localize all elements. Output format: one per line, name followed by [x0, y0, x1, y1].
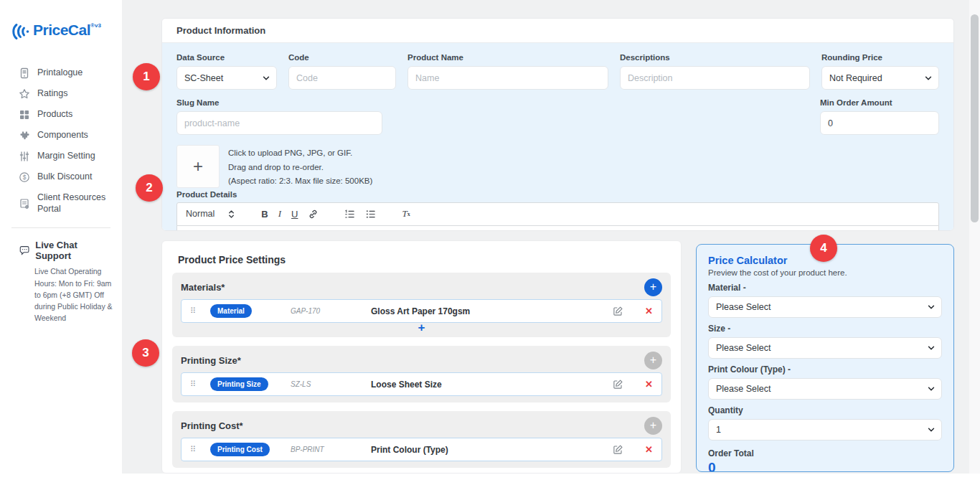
link-icon — [308, 209, 319, 220]
sidebar-item-printalogue[interactable]: Printalogue — [19, 67, 122, 79]
chevron-down-icon — [927, 425, 936, 434]
sidebar-item-bulk-discount[interactable]: $ Bulk Discount — [19, 171, 122, 183]
printing-size-row: ⠿ Printing Size SZ-LS Loose Sheet Size ✕ — [181, 372, 662, 396]
product-name-label: Product Name — [407, 53, 608, 62]
data-source-select[interactable]: SC-Sheet — [176, 66, 277, 90]
brand-version: ®v3 — [90, 22, 101, 29]
chevron-down-icon — [927, 385, 936, 393]
sidebar-item-label: Printalogue — [37, 67, 83, 79]
annotation-marker-1: 1 — [133, 63, 160, 90]
chevron-down-icon — [927, 344, 936, 352]
updown-icon — [227, 209, 235, 219]
price-calculator-subtitle: Preview the cost of your product here. — [708, 268, 942, 277]
calc-print-colour-label: Print Colour (Type) - — [708, 364, 942, 375]
rounding-price-select[interactable]: Not Required — [821, 66, 939, 90]
product-price-settings-card: Product Price Settings Materials* + ⠿ Ma… — [161, 240, 682, 474]
plus-icon: + — [193, 156, 203, 176]
app: PriceCal ®v3 Printalogue — [0, 0, 980, 485]
drag-handle-icon[interactable]: ⠿ — [190, 445, 210, 454]
data-source-label: Data Source — [176, 53, 277, 62]
drag-handle-icon[interactable]: ⠿ — [190, 306, 210, 316]
materials-heading: Materials* — [181, 282, 225, 293]
annotation-marker-3: 3 — [132, 339, 159, 367]
drag-handle-icon[interactable]: ⠿ — [190, 380, 210, 389]
descriptions-label: Descriptions — [620, 53, 810, 62]
edit-icon — [613, 379, 623, 390]
printing-size-code: SZ-LS — [291, 380, 371, 388]
printing-cost-heading: Printing Cost* — [181, 420, 243, 431]
sidebar-nav: Printalogue Ratings — [0, 43, 122, 215]
add-material-button[interactable]: + — [644, 278, 662, 296]
clear-formatting-button[interactable]: Tx — [402, 208, 410, 220]
sidebar-item-components[interactable]: Components — [19, 130, 122, 141]
calc-material-select[interactable]: Please Select — [708, 296, 942, 318]
live-chat-support-header[interactable]: Live Chat Support — [19, 240, 112, 261]
puzzle-icon — [19, 130, 30, 141]
delete-row-button[interactable]: ✕ — [645, 379, 653, 390]
descriptions-input[interactable] — [620, 66, 810, 90]
svg-text:$: $ — [23, 174, 27, 181]
edit-icon — [613, 306, 623, 316]
main-content: Product Information Data Source SC-Sheet… — [122, 0, 980, 485]
dollar-circle-icon: $ — [19, 171, 30, 183]
image-upload-button[interactable]: + — [176, 145, 220, 188]
editor-text-area[interactable] — [176, 226, 939, 231]
calc-size-value: Please Select — [716, 343, 771, 353]
delete-row-button[interactable]: ✕ — [645, 444, 653, 455]
plus-icon: + — [650, 354, 656, 366]
calc-quantity-select[interactable]: 1 — [708, 419, 942, 441]
sidebar-item-margin-setting[interactable]: Margin Setting — [19, 151, 122, 162]
slug-name-input[interactable] — [176, 111, 382, 135]
printing-cost-badge: Printing Cost — [210, 443, 270, 456]
vertical-scrollbar — [969, 0, 980, 474]
rounding-price-value: Not Required — [829, 73, 882, 83]
upload-line-3: (Aspect ratio: 2:3. Max file size: 500KB… — [228, 174, 372, 189]
plus-icon: + — [650, 281, 656, 293]
sidebar-item-ratings[interactable]: Ratings — [19, 88, 122, 100]
sidebar: PriceCal ®v3 Printalogue — [0, 0, 122, 485]
plus-icon: + — [650, 420, 656, 431]
section-printing-cost: Printing Cost* + ⠿ Printing Cost BP-PRIN… — [172, 411, 671, 468]
printing-cost-name: Print Colour (Type) — [371, 445, 613, 455]
calc-print-colour-select[interactable]: Please Select — [708, 378, 942, 400]
grid-icon — [19, 109, 30, 121]
ordered-list-icon — [344, 209, 355, 220]
min-order-amount-input[interactable] — [820, 111, 939, 135]
ordered-list-button[interactable] — [344, 209, 355, 220]
edit-row-button[interactable] — [613, 306, 623, 316]
data-source-value: SC-Sheet — [184, 73, 223, 83]
add-printing-cost-button[interactable]: + — [644, 417, 662, 435]
editor-toolbar: Normal B I U — [176, 202, 939, 226]
calc-print-colour-value: Please Select — [716, 384, 771, 394]
chevron-down-icon — [927, 303, 936, 311]
code-label: Code — [288, 53, 396, 62]
upload-line-1: Click to upload PNG, JPG, or GIF. — [228, 146, 372, 161]
calc-size-select[interactable]: Please Select — [708, 337, 942, 359]
bullet-list-button[interactable] — [365, 209, 376, 220]
calc-quantity-value: 1 — [716, 425, 721, 435]
scrollbar-thumb[interactable] — [971, 14, 979, 222]
paragraph-style-picker[interactable]: Normal — [186, 209, 235, 219]
section-printing-size: Printing Size* + ⠿ Printing Size SZ-LS L… — [172, 346, 671, 402]
link-button[interactable] — [308, 209, 319, 220]
live-chat-title: Live Chat Support — [35, 240, 112, 261]
edit-row-button[interactable] — [613, 444, 623, 455]
pricecal-logo-icon — [11, 23, 30, 43]
inline-add-material-button[interactable]: + — [181, 323, 662, 334]
sidebar-item-client-resources-portal[interactable]: Client Resources Portal — [19, 192, 110, 215]
sidebar-item-label: Margin Setting — [37, 151, 95, 162]
underline-button[interactable]: U — [291, 209, 298, 220]
upload-instructions: Click to upload PNG, JPG, or GIF. Drag a… — [228, 145, 372, 189]
add-printing-size-button[interactable]: + — [644, 352, 662, 369]
bold-button[interactable]: B — [261, 209, 268, 220]
delete-row-button[interactable]: ✕ — [645, 306, 653, 316]
sidebar-item-products[interactable]: Products — [19, 109, 122, 121]
sliders-icon — [19, 151, 30, 162]
sidebar-item-label: Client Resources Portal — [37, 192, 110, 215]
edit-row-button[interactable] — [613, 379, 623, 390]
italic-button[interactable]: I — [278, 208, 281, 220]
product-name-input[interactable] — [407, 66, 608, 90]
code-input[interactable] — [288, 66, 396, 90]
printing-cost-code: BP-PRINT — [291, 446, 371, 453]
annotation-marker-2: 2 — [136, 174, 163, 202]
